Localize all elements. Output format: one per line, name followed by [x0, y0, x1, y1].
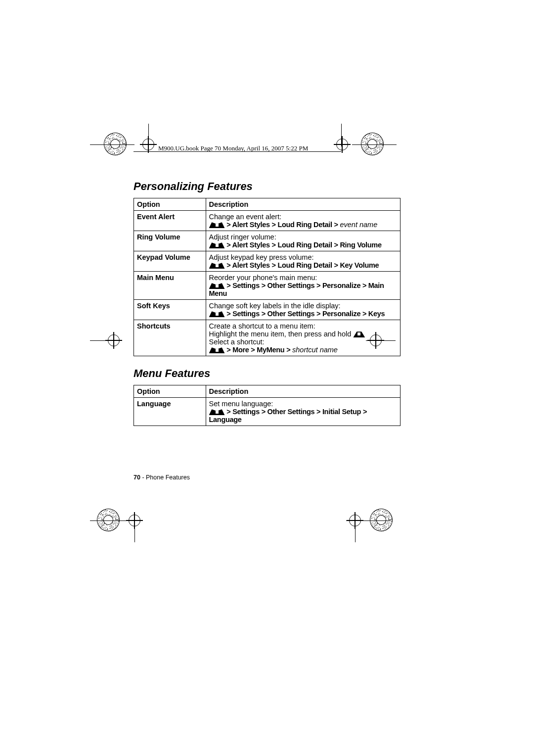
menu-icon: [209, 242, 225, 248]
crop-line: [355, 524, 356, 542]
desc-text: Adjust keypad key press volume:: [209, 253, 314, 261]
crop-line: [346, 520, 391, 521]
menu-icon: [209, 347, 225, 353]
description-cell: Reorder your phone's main menu: > Settin…: [206, 272, 400, 300]
desc-text: Set menu language:: [209, 400, 273, 408]
menu-path: > Settings > Other Settings > Initial Se…: [209, 408, 367, 424]
option-cell: Main Menu: [134, 272, 206, 300]
personalizing-table: Option Description Event Alert Change an…: [134, 198, 400, 356]
desc-text: Change an event alert:: [209, 213, 282, 221]
menu-icon: [209, 409, 225, 415]
registration-starburst: [104, 133, 127, 155]
menu-icon: [209, 263, 225, 269]
table-header-row: Option Description: [134, 198, 400, 211]
menu-path: > Alert Styles > Loud Ring Detail > Key …: [225, 261, 379, 269]
desc-text: Change soft key labels in the idle displ…: [209, 302, 341, 310]
page-number: 70: [134, 474, 140, 481]
crop-line: [134, 524, 135, 542]
menu-icon: [209, 222, 225, 228]
option-cell: Language: [134, 398, 206, 426]
table-row: Ring Volume Adjust ringer volume: > Aler…: [134, 231, 400, 251]
crop-line: [90, 144, 134, 145]
description-cell: Create a shortcut to a menu item: Highli…: [206, 320, 400, 356]
menu-path: > Alert Styles > Loud Ring Detail >: [225, 221, 340, 229]
col-option: Option: [134, 385, 206, 398]
desc-text: Select a shortcut:: [209, 338, 265, 346]
desc-text: Highlight the menu item, then press and …: [209, 330, 352, 338]
table-row: Event Alert Change an event alert: > Ale…: [134, 211, 400, 231]
crop-line: [90, 340, 120, 341]
crop-line: [90, 520, 134, 521]
menu-table: Option Description Language Set menu lan…: [134, 385, 400, 426]
hold-key-icon: [353, 331, 365, 337]
description-cell: Adjust keypad key press volume: > Alert …: [206, 251, 400, 272]
desc-text: Adjust ringer volume:: [209, 233, 276, 241]
col-description: Description: [206, 385, 400, 398]
registration-starburst: [97, 509, 120, 531]
description-cell: Set menu language: > Settings > Other Se…: [206, 398, 400, 426]
registration-starburst: [370, 509, 393, 531]
footer-section: - Phone Features: [140, 474, 190, 481]
menu-path: > Alert Styles > Loud Ring Detail > Ring…: [225, 241, 382, 249]
menu-icon: [209, 311, 225, 317]
option-cell: Ring Volume: [134, 231, 206, 251]
menu-icon: [209, 283, 225, 289]
description-cell: Change an event alert: > Alert Styles > …: [206, 211, 400, 231]
table-row: Language Set menu language: > Settings >…: [134, 398, 400, 426]
table-row: Shortcuts Create a shortcut to a menu it…: [134, 320, 400, 356]
section-title-personalizing: Personalizing Features: [134, 180, 400, 193]
option-cell: Shortcuts: [134, 320, 206, 356]
option-cell: Keypad Volume: [134, 251, 206, 272]
menu-path: > Settings > Other Settings > Personaliz…: [225, 310, 385, 318]
menu-path: > More > MyMenu >: [225, 346, 293, 354]
desc-text: Create a shortcut to a menu item:: [209, 322, 315, 330]
description-cell: Adjust ringer volume: > Alert Styles > L…: [206, 231, 400, 251]
desc-text: Reorder your phone's main menu:: [209, 274, 317, 282]
option-cell: Soft Keys: [134, 300, 206, 320]
table-row: Soft Keys Change soft key labels in the …: [134, 300, 400, 320]
menu-path-variable: event name: [340, 221, 377, 229]
description-cell: Change soft key labels in the idle displ…: [206, 300, 400, 320]
table-row: Keypad Volume Adjust keypad key press vo…: [134, 251, 400, 272]
option-cell: Event Alert: [134, 211, 206, 231]
table-row: Main Menu Reorder your phone's main menu…: [134, 272, 400, 300]
menu-path: > Settings > Other Settings > Personaliz…: [209, 282, 384, 297]
col-description: Description: [206, 198, 400, 211]
col-option: Option: [134, 198, 206, 211]
section-title-menu: Menu Features: [134, 367, 400, 380]
page-footer: 70 - Phone Features: [134, 474, 190, 481]
table-header-row: Option Description: [134, 385, 400, 398]
menu-path-variable: shortcut name: [292, 346, 338, 354]
